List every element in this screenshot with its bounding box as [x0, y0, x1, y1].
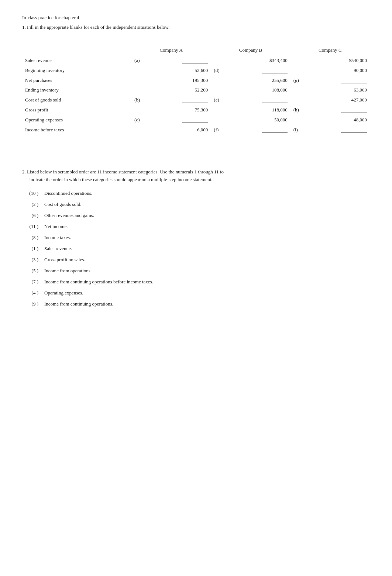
company-b-header: Company B [211, 45, 290, 55]
comp-a-letter-beg-inv [131, 65, 161, 75]
comp-c-value-sales: $540,000 [320, 55, 370, 65]
comp-b-value-gp: 118,000 [241, 105, 290, 115]
comp-a-letter-opex: (c) [131, 115, 161, 125]
row-label-beginning-inventory: Beginning inventory [22, 65, 131, 75]
comp-a-value-opex [161, 115, 211, 125]
list-item: (6 )Other revenues and gains. [22, 213, 370, 218]
q1-instruction: 1. Fill in the appropriate blanks for ea… [22, 24, 370, 30]
income-table: Company A Company B Company C Sales reve… [22, 45, 370, 135]
list-item-number: (2 ) [22, 201, 44, 207]
list-item-number: (9 ) [22, 301, 44, 307]
comp-b-letter-ibt: (f) [211, 125, 241, 135]
list-item: (4 )Operating expenses. [22, 290, 370, 296]
comp-b-value-cogs [241, 95, 290, 105]
list-item: (1 )Sales revenue. [22, 246, 370, 252]
comp-c-letter-end-inv [290, 85, 320, 95]
row-label-income-before-taxes: Income before taxes [22, 125, 131, 135]
list-item-number: (1 ) [22, 246, 44, 252]
row-label-gross-profit: Gross profit [22, 105, 131, 115]
comp-b-value-ibt [241, 125, 290, 135]
comp-c-value-ibt [320, 125, 370, 135]
list-item-text: Cost of goods sold. [44, 201, 370, 207]
comp-b-letter-sales [211, 55, 241, 65]
comp-c-letter-sales [290, 55, 320, 65]
comp-c-value-cogs: 427,000 [320, 95, 370, 105]
comp-b-letter-end-inv [211, 85, 241, 95]
table-row: Operating expenses (c) 50,000 48,000 [22, 115, 370, 125]
comp-b-value-opex: 50,000 [241, 115, 290, 125]
comp-a-letter-net-purch [131, 75, 161, 85]
row-label-sales-revenue: Sales revenue [22, 55, 131, 65]
comp-c-letter-gp: (h) [290, 105, 320, 115]
comp-a-value-gp: 75,300 [161, 105, 211, 115]
table-row: Ending inventory 52,200 108,000 63,000 [22, 85, 370, 95]
comp-c-letter-ibt: (i) [290, 125, 320, 135]
row-label-net-purchases: Net purchases [22, 75, 131, 85]
table-row: Sales revenue (a) $343,400 $540,000 [22, 55, 370, 65]
list-item: (9 )Income from continuing operations. [22, 301, 370, 307]
list-item-text: Net income. [44, 224, 370, 230]
comp-b-letter-gp [211, 105, 241, 115]
comp-b-letter-beg-inv: (d) [211, 65, 241, 75]
list-item-text: Operating expenses. [44, 290, 370, 296]
table-row: Gross profit 75,300 118,000 (h) [22, 105, 370, 115]
comp-b-value-net-purch: 255,600 [241, 75, 290, 85]
comp-a-value-ibt: 6,000 [161, 125, 211, 135]
row-label-ending-inventory: Ending inventory [22, 85, 131, 95]
comp-c-value-end-inv: 63,000 [320, 85, 370, 95]
list-item-text: Income from operations. [44, 268, 370, 274]
list-item-number: (6 ) [22, 213, 44, 218]
table-row: Net purchases 195,300 255,600 (g) [22, 75, 370, 85]
list-item-number: (8 ) [22, 235, 44, 241]
comp-c-letter-cogs [290, 95, 320, 105]
comp-c-letter-beg-inv [290, 65, 320, 75]
comp-a-value-cogs [161, 95, 211, 105]
comp-c-value-gp [320, 105, 370, 115]
list-item-text: Gross profit on sales. [44, 257, 370, 263]
list-item-number: (4 ) [22, 290, 44, 296]
section-divider [22, 157, 133, 157]
comp-b-value-end-inv: 108,000 [241, 85, 290, 95]
table-section: Company A Company B Company C Sales reve… [22, 45, 370, 135]
comp-c-value-net-purch [320, 75, 370, 85]
table-row: Income before taxes 6,000 (f) (i) [22, 125, 370, 135]
comp-a-value-end-inv: 52,200 [161, 85, 211, 95]
list-item: (7 )Income from continuing operations be… [22, 279, 370, 285]
label-column-header [22, 45, 131, 55]
comp-a-letter-cogs: (b) [131, 95, 161, 105]
list-item: (10 )Discontinued operations. [22, 190, 370, 196]
q2-instruction: 2. Listed below in scrambled order are 1… [22, 168, 370, 184]
list-item: (8 )Income taxes. [22, 235, 370, 241]
comp-a-value-beg-inv: 52,600 [161, 65, 211, 75]
comp-c-value-opex: 48,000 [320, 115, 370, 125]
list-item-number: (7 ) [22, 279, 44, 285]
comp-b-value-beg-inv [241, 65, 290, 75]
comp-a-letter-ibt [131, 125, 161, 135]
list-item-number: (5 ) [22, 268, 44, 274]
list-item: (2 )Cost of goods sold. [22, 201, 370, 207]
comp-a-value-sales [161, 55, 211, 65]
comp-a-letter-end-inv [131, 85, 161, 95]
list-item-text: Income taxes. [44, 235, 370, 241]
comp-b-letter-cogs: (e) [211, 95, 241, 105]
list-item-text: Income from continuing operations before… [44, 279, 370, 285]
q2-list: (10 )Discontinued operations.(2 )Cost of… [22, 190, 370, 307]
table-row: Cost of goods sold (b) (e) 427,000 [22, 95, 370, 105]
comp-b-letter-opex [211, 115, 241, 125]
comp-a-letter-sales: (a) [131, 55, 161, 65]
company-c-header: Company C [290, 45, 370, 55]
list-item-text: Other revenues and gains. [44, 213, 370, 218]
company-a-header: Company A [131, 45, 211, 55]
row-label-op-expenses: Operating expenses [22, 115, 131, 125]
comp-b-letter-net-purch [211, 75, 241, 85]
comp-a-value-net-purch: 195,300 [161, 75, 211, 85]
list-item-text: Discontinued operations. [44, 190, 370, 196]
list-item-number: (3 ) [22, 257, 44, 263]
comp-b-value-sales: $343,400 [241, 55, 290, 65]
row-label-cogs: Cost of goods sold [22, 95, 131, 105]
list-item: (3 )Gross profit on sales. [22, 257, 370, 263]
list-item: (11 )Net income. [22, 224, 370, 230]
list-item-text: Income from continuing operations. [44, 301, 370, 307]
comp-c-letter-net-purch: (g) [290, 75, 320, 85]
comp-c-letter-opex [290, 115, 320, 125]
